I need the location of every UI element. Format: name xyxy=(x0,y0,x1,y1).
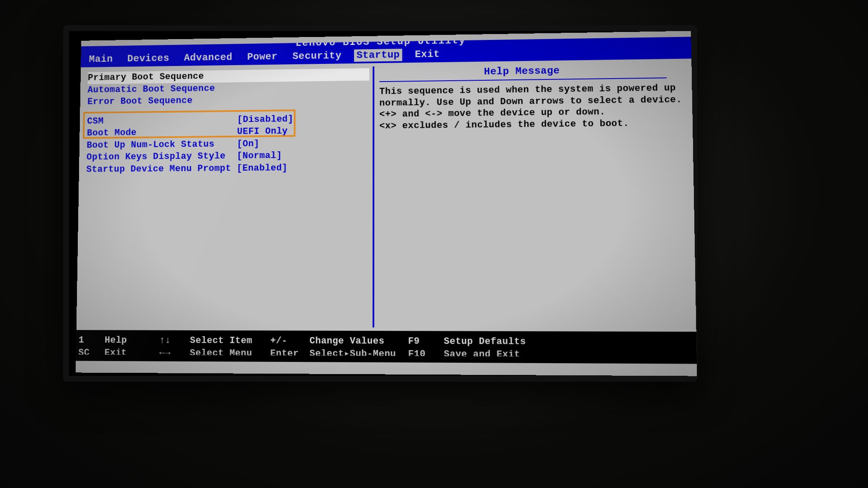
legend-key: ↑↓ xyxy=(159,335,188,347)
help-body: This sequence is used when the system is… xyxy=(379,82,683,132)
setting-value: [Disabled] xyxy=(237,113,294,125)
setting-value: UEFI Only xyxy=(237,126,288,137)
help-title: Help Message xyxy=(379,61,667,82)
bios-screen: Lenovo BIOS Setup Utility Main Devices A… xyxy=(76,31,697,376)
tab-security[interactable]: Security xyxy=(290,50,344,63)
legend-action: Select▸Sub-Menu xyxy=(310,348,407,360)
setting-label: Startup Device Menu Prompt xyxy=(86,163,237,175)
legend-key: 1 xyxy=(79,335,103,346)
tab-startup[interactable]: Startup xyxy=(354,49,402,62)
tv-bezel: Lenovo BIOS Setup Utility Main Devices A… xyxy=(63,25,697,382)
setting-value: [Enabled] xyxy=(237,162,288,174)
tab-main[interactable]: Main xyxy=(86,53,115,66)
legend-key: F9 xyxy=(408,336,442,348)
legend-bar: 1 Help ↑↓ Select Item +/- Change Values … xyxy=(76,330,697,364)
legend-key: +/- xyxy=(270,335,308,347)
setting-value: [On] xyxy=(237,138,259,150)
setting-label: Option Keys Display Style xyxy=(86,150,237,163)
body: Primary Boot Sequence Automatic Boot Seq… xyxy=(77,58,696,332)
legend-action: Select Menu xyxy=(190,348,269,359)
legend-action: Help xyxy=(105,335,158,346)
menu-label: Error Boot Sequence xyxy=(87,95,238,108)
legend-action: Exit xyxy=(104,347,158,359)
tab-advanced[interactable]: Advanced xyxy=(181,51,235,64)
legend-key: Enter xyxy=(270,348,308,360)
tab-devices[interactable]: Devices xyxy=(125,52,172,65)
tab-exit[interactable]: Exit xyxy=(412,48,442,61)
legend-key: SC xyxy=(78,347,103,359)
legend-action: Change Values xyxy=(310,335,406,348)
legend-action: Save and Exit xyxy=(444,348,694,361)
backdrop: Lenovo BIOS Setup Utility Main Devices A… xyxy=(0,0,868,488)
setting-label: Boot Up Num-Lock Status xyxy=(87,138,237,151)
legend-key: F10 xyxy=(408,348,442,360)
setting-label: Boot Mode xyxy=(87,126,237,139)
help-pane: Help Message This sequence is used when … xyxy=(374,58,696,332)
menu-label: Automatic Boot Sequence xyxy=(87,82,238,95)
setting-label: CSM xyxy=(87,114,237,127)
legend-key: ←→ xyxy=(159,348,188,359)
settings-pane: Primary Boot Sequence Automatic Boot Seq… xyxy=(77,63,373,331)
legend-action: Setup Defaults xyxy=(444,336,694,348)
menu-label: Primary Boot Sequence xyxy=(88,71,238,84)
legend-action: Select Item xyxy=(190,335,268,347)
setting-value: [Normal] xyxy=(237,150,282,162)
setting-startup-menu-prompt[interactable]: Startup Device Menu Prompt [Enabled] xyxy=(86,161,369,175)
tab-power[interactable]: Power xyxy=(245,50,280,63)
